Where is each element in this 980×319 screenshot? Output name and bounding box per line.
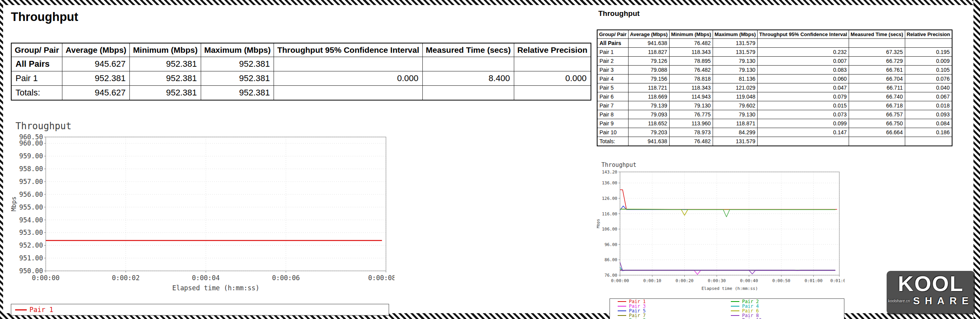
value-cell: 952.381	[201, 57, 274, 71]
svg-text:Throughput: Throughput	[601, 161, 636, 168]
svg-text:0:00:50: 0:00:50	[772, 278, 790, 283]
value-cell: 79.130	[713, 110, 758, 119]
table-header-row: Group/ PairAverage (Mbps)Minimum (Mbps)M…	[597, 30, 952, 39]
legend-line-swatch	[731, 315, 739, 316]
table-row: Totals:945.627952.381952.381	[11, 86, 591, 101]
table-row: Pair 779.13979.13079.6020.01566.7180.018	[597, 101, 952, 110]
svg-text:0:00:04: 0:00:04	[192, 274, 220, 282]
column-header: Group/ Pair	[11, 43, 62, 57]
chart-svg: Throughput143.20136.00126.00116.00106.00…	[597, 160, 845, 295]
table-row: Pair 279.12678.89579.1300.00766.7290.009	[597, 57, 952, 66]
table-row: Totals:941.63876.482131.579	[597, 137, 952, 146]
value-cell: 0.079	[758, 92, 849, 101]
value-cell: 0.232	[758, 48, 849, 57]
value-cell: 118.827	[628, 48, 669, 57]
column-header: Minimum (Mbps)	[130, 43, 201, 57]
value-cell	[514, 57, 591, 71]
value-cell: 78.818	[669, 75, 713, 83]
value-cell: 0.093	[905, 110, 952, 119]
table-row: Pair 9118.652113.960118.8710.09966.7500.…	[597, 119, 952, 128]
value-cell: 0.105	[905, 66, 952, 75]
svg-text:954.00: 954.00	[19, 216, 43, 224]
column-header: Average (Mbps)	[62, 43, 130, 57]
throughput-line-chart: Throughput143.20136.00126.00116.00106.00…	[597, 160, 845, 295]
table-row: All Pairs941.63876.482131.579	[597, 39, 952, 48]
value-cell	[274, 86, 422, 101]
row-label-cell: Pair 8	[597, 110, 628, 119]
svg-text:0:00:10: 0:00:10	[643, 278, 661, 283]
svg-text:143.20: 143.20	[602, 170, 617, 175]
value-cell: 952.381	[201, 86, 274, 101]
value-cell: 118.343	[669, 83, 713, 92]
table-header-row: Group/ PairAverage (Mbps)Minimum (Mbps)M…	[11, 43, 591, 57]
throughput-line-chart: Throughput960.50960.00959.00958.00957.00…	[11, 118, 394, 301]
value-cell: 0.047	[758, 83, 849, 92]
svg-text:955.00: 955.00	[19, 203, 43, 211]
row-label-cell: Totals:	[597, 137, 628, 146]
value-cell: 0.076	[905, 75, 952, 83]
value-cell: 84.299	[713, 128, 758, 137]
value-cell: 0.073	[758, 110, 849, 119]
value-cell: 131.579	[713, 137, 758, 146]
table-row: Pair 1079.20378.97384.2990.14766.6640.18…	[597, 128, 952, 137]
value-cell: 952.381	[130, 71, 201, 86]
value-cell: 945.627	[62, 86, 130, 101]
value-cell: 0.083	[758, 66, 849, 75]
svg-text:959.00: 959.00	[19, 152, 43, 160]
legend-line-swatch	[618, 306, 626, 307]
svg-text:956.00: 956.00	[19, 191, 43, 198]
striped-border-left	[0, 0, 3, 319]
svg-text:0:00:00: 0:00:00	[32, 274, 60, 282]
value-cell: 78.973	[669, 128, 713, 137]
table-row: Pair 879.09376.77579.1300.07366.7570.093	[597, 110, 952, 119]
legend-line-swatch	[618, 301, 626, 302]
svg-text:0:00:40: 0:00:40	[740, 278, 758, 283]
value-cell: 76.482	[669, 137, 713, 146]
svg-text:957.00: 957.00	[19, 178, 43, 186]
value-cell: 79.126	[628, 57, 669, 66]
svg-text:Mbps: Mbps	[11, 196, 17, 212]
report-title: Throughput	[11, 10, 594, 24]
value-cell: 0.195	[905, 48, 952, 57]
value-cell: 79.130	[713, 66, 758, 75]
row-label-cell: Pair 1	[11, 71, 62, 86]
value-cell: 66.704	[849, 75, 905, 83]
row-label-cell: Pair 5	[597, 83, 628, 92]
svg-text:0:00:00: 0:00:00	[611, 278, 629, 283]
legend-line-swatch	[618, 315, 626, 316]
column-header: Relative Precision	[905, 30, 952, 39]
value-cell: 0.007	[758, 57, 849, 66]
legend-label: Pair 1	[29, 306, 53, 314]
row-label-cell: Pair 4	[597, 75, 628, 83]
svg-text:0:01:00: 0:01:00	[804, 278, 822, 283]
value-cell: 131.579	[713, 39, 758, 48]
value-cell	[905, 137, 952, 146]
value-cell: 79.139	[628, 101, 669, 110]
value-cell: 79.602	[713, 101, 758, 110]
svg-text:953.00: 953.00	[19, 229, 43, 236]
svg-text:106.00: 106.00	[602, 227, 617, 232]
report-title: Throughput	[598, 9, 976, 18]
legend-line-swatch	[731, 310, 739, 311]
value-cell: 118.721	[628, 83, 669, 92]
svg-text:951.00: 951.00	[19, 254, 43, 262]
column-header: Average (Mbps)	[628, 30, 669, 39]
watermark-kool-text: KOOL	[887, 272, 975, 295]
value-cell: 66.718	[849, 101, 905, 110]
value-cell: 118.669	[628, 92, 669, 101]
value-cell	[758, 39, 849, 48]
value-cell: 113.960	[669, 119, 713, 128]
value-cell: 121.029	[713, 83, 758, 92]
svg-text:0:01:08: 0:01:08	[830, 278, 845, 283]
column-header: Maximum (Mbps)	[201, 43, 274, 57]
value-cell: 952.381	[62, 71, 130, 86]
svg-text:116.00: 116.00	[602, 212, 617, 217]
table-row: Pair 479.15678.81881.1360.06066.7040.076	[597, 75, 952, 83]
value-cell: 79.088	[628, 66, 669, 75]
legend-line-swatch	[731, 301, 739, 302]
column-header: Throughput 95% Confidence Interval	[274, 43, 422, 57]
column-header: Relative Precision	[514, 43, 591, 57]
legend-line-swatch	[618, 310, 626, 311]
row-label-cell: Pair 10	[597, 128, 628, 137]
value-cell: 0.000	[274, 71, 422, 86]
